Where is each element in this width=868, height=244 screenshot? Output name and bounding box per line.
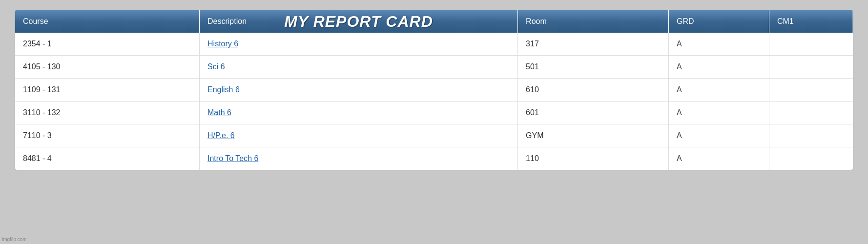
report-card-table: Course Description MY REPORT CARD Room G… (15, 10, 853, 170)
report-card-title: MY REPORT CARD (284, 13, 433, 31)
cell-description[interactable]: Intro To Tech 6 (200, 147, 518, 170)
column-header-room: Room (518, 10, 669, 33)
cell-room: 610 (518, 79, 669, 102)
cell-room: GYM (518, 124, 669, 147)
cell-cm1 (769, 102, 853, 124)
cell-grd: A (668, 79, 769, 102)
cell-course: 8481 - 4 (15, 147, 200, 170)
cell-course: 7110 - 3 (15, 124, 200, 147)
course-link[interactable]: Intro To Tech 6 (207, 154, 258, 163)
column-header-description: Description MY REPORT CARD (200, 10, 518, 33)
cell-room: 601 (518, 102, 669, 124)
table-row: 1109 - 131English 6610A (15, 79, 853, 102)
cell-room: 317 (518, 33, 669, 56)
table-row: 2354 - 1History 6317A (15, 33, 853, 56)
cell-description[interactable]: Math 6 (200, 102, 518, 124)
course-link[interactable]: H/P.e. 6 (207, 131, 235, 140)
course-link[interactable]: English 6 (207, 85, 240, 94)
table-row: 7110 - 3H/P.e. 6GYMA (15, 124, 853, 147)
table-row: 3110 - 132Math 6601A (15, 102, 853, 124)
cell-room: 501 (518, 56, 669, 79)
cell-grd: A (668, 102, 769, 124)
cell-cm1 (769, 124, 853, 147)
column-header-cm1: CM1 (769, 10, 853, 33)
cell-course: 1109 - 131 (15, 79, 200, 102)
cell-grd: A (668, 33, 769, 56)
report-card-container: Course Description MY REPORT CARD Room G… (15, 10, 853, 170)
cell-description[interactable]: Sci 6 (200, 56, 518, 79)
cell-room: 110 (518, 147, 669, 170)
cell-course: 3110 - 132 (15, 102, 200, 124)
table-row: 8481 - 4Intro To Tech 6110A (15, 147, 853, 170)
table-header-row: Course Description MY REPORT CARD Room G… (15, 10, 853, 33)
course-link[interactable]: History 6 (207, 40, 238, 48)
column-header-course: Course (15, 10, 200, 33)
cell-description[interactable]: H/P.e. 6 (200, 124, 518, 147)
cell-course: 2354 - 1 (15, 33, 200, 56)
table-row: 4105 - 130Sci 6501A (15, 56, 853, 79)
cell-description[interactable]: English 6 (200, 79, 518, 102)
course-link[interactable]: Math 6 (207, 108, 231, 117)
cell-grd: A (668, 124, 769, 147)
imgflip-credit: imgflip.com (2, 237, 27, 242)
cell-cm1 (769, 147, 853, 170)
cell-cm1 (769, 56, 853, 79)
cell-grd: A (668, 147, 769, 170)
cell-course: 4105 - 130 (15, 56, 200, 79)
column-header-grd: GRD (668, 10, 769, 33)
cell-description[interactable]: History 6 (200, 33, 518, 56)
cell-grd: A (668, 56, 769, 79)
course-link[interactable]: Sci 6 (207, 62, 225, 71)
cell-cm1 (769, 33, 853, 56)
cell-cm1 (769, 79, 853, 102)
table-body: 2354 - 1History 6317A4105 - 130Sci 6501A… (15, 33, 853, 170)
